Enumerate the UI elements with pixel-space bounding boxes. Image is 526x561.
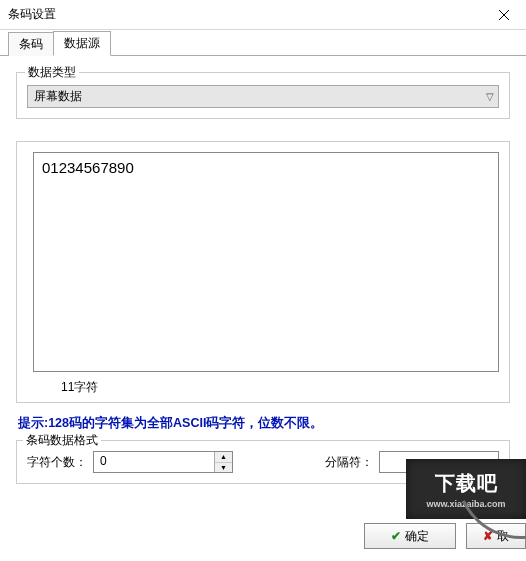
tab-datasource[interactable]: 数据源 [53, 31, 111, 56]
datatype-legend: 数据类型 [25, 64, 79, 81]
ok-button-label: 确定 [405, 528, 429, 545]
spinner-buttons: ▲ ▼ [214, 452, 232, 472]
titlebar: 条码设置 [0, 0, 526, 30]
hint-text: 提示:128码的字符集为全部ASCII码字符，位数不限。 [18, 415, 508, 432]
spinner-down-icon[interactable]: ▼ [215, 463, 232, 473]
char-count-label: 11字符 [61, 379, 499, 396]
datatype-group: 数据类型 屏幕数据 ▽ [16, 72, 510, 119]
datatype-combo-value: 屏幕数据 [34, 88, 82, 105]
chevron-down-icon: ▽ [486, 91, 494, 102]
char-count-spinner[interactable]: 0 ▲ ▼ [93, 451, 233, 473]
ok-button[interactable]: ✔ 确定 [364, 523, 456, 549]
check-icon: ✔ [391, 529, 401, 543]
close-button[interactable] [481, 0, 526, 29]
data-panel: 11字符 [16, 141, 510, 403]
data-textarea[interactable] [33, 152, 499, 372]
separator-field-label: 分隔符： [325, 454, 373, 471]
spinner-up-icon[interactable]: ▲ [215, 452, 232, 463]
format-legend: 条码数据格式 [23, 432, 101, 449]
tab-barcode[interactable]: 条码 [8, 32, 54, 56]
char-count-value: 0 [94, 452, 214, 472]
datatype-combo[interactable]: 屏幕数据 ▽ [27, 85, 499, 108]
char-count-field-label: 字符个数： [27, 454, 87, 471]
tab-content: 数据类型 屏幕数据 ▽ 11字符 提示:128码的字符集为全部ASCII码字符，… [0, 56, 526, 484]
tabstrip: 条码 数据源 [0, 32, 526, 56]
close-icon [499, 10, 509, 20]
watermark: 下载吧 www.xiazaiba.com [406, 459, 526, 519]
window-title: 条码设置 [8, 6, 56, 23]
